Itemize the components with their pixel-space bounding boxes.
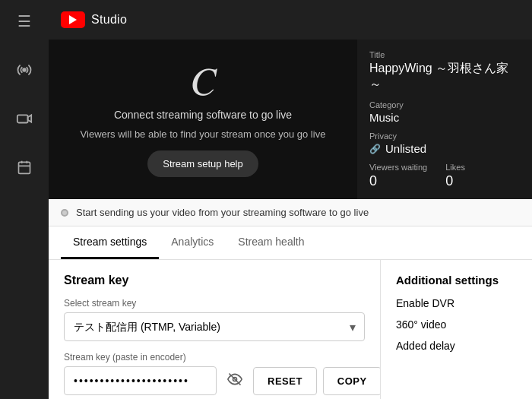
privacy-field: Privacy 🔗 Unlisted (369, 131, 520, 155)
app-title: Studio (91, 13, 127, 27)
tab-analytics[interactable]: Analytics (159, 226, 226, 259)
content: 𝐶 Connect streaming software to go live … (49, 40, 532, 399)
select-key-label: Select stream key (64, 298, 365, 309)
svg-point-0 (23, 68, 26, 71)
loading-spinner: 𝐶 (190, 62, 217, 101)
key-input-row: RESET COPY (64, 366, 365, 395)
header: Studio (49, 0, 532, 40)
select-wrapper: テスト配信用 (RTMP, Variable) ▾ (64, 312, 365, 341)
privacy-label: Privacy (369, 131, 520, 141)
settings-left: Stream key Select stream key テスト配信用 (RTM… (49, 260, 380, 399)
logo: Studio (61, 11, 127, 28)
likes-value: 0 (445, 173, 465, 189)
title-label: Title (369, 50, 520, 59)
viewers-label: Viewers waiting (369, 163, 427, 172)
status-text: Start sending us your video from your st… (76, 207, 369, 218)
main-content: Studio 𝐶 Connect streaming software to g… (49, 0, 532, 399)
stream-preview: 𝐶 Connect streaming software to go live … (49, 40, 532, 199)
tab-stream-settings[interactable]: Stream settings (61, 226, 159, 259)
stream-key-input[interactable] (64, 366, 217, 395)
calendar-icon[interactable] (11, 154, 38, 181)
toggle-visibility-button[interactable] (223, 367, 247, 394)
additional-title: Additional settings (396, 274, 517, 287)
status-dot (61, 209, 68, 217)
category-field: Category Music (369, 100, 520, 124)
connect-text: Connect streaming software to go live (114, 109, 292, 121)
tab-stream-health[interactable]: Stream health (226, 226, 316, 259)
category-value: Music (369, 111, 520, 124)
copy-button[interactable]: COPY (323, 367, 380, 395)
viewer-text: Viewers will be able to find your stream… (81, 128, 326, 140)
settings-panel: Stream key Select stream key テスト配信用 (RTM… (49, 260, 532, 399)
stream-setup-button[interactable]: Stream setup help (147, 150, 258, 177)
svg-rect-2 (19, 162, 30, 173)
status-bar: Start sending us your video from your st… (49, 199, 532, 226)
enable-dvr[interactable]: Enable DVR (396, 297, 517, 309)
stream-info: Title HappyWing ～羽根さん家～ Category Music P… (357, 40, 532, 199)
privacy-row: 🔗 Unlisted (369, 142, 520, 155)
stream-key-select[interactable]: テスト配信用 (RTMP, Variable) (64, 312, 365, 341)
reset-button[interactable]: RESET (253, 367, 317, 395)
link-icon: 🔗 (369, 144, 381, 154)
section-title: Stream key (64, 274, 365, 287)
category-label: Category (369, 100, 520, 109)
youtube-logo (61, 11, 85, 28)
preview-video: 𝐶 Connect streaming software to go live … (49, 40, 357, 199)
title-value: HappyWing ～羽根さん家～ (369, 61, 520, 93)
sidebar: ☰ (0, 0, 49, 399)
key-field-label: Stream key (paste in encoder) (64, 352, 365, 363)
stream-meta: Viewers waiting 0 Likes 0 (369, 163, 520, 189)
hamburger-icon[interactable]: ☰ (11, 8, 38, 35)
tabs: Stream settings Analytics Stream health (49, 226, 532, 260)
svg-rect-1 (17, 115, 28, 122)
viewers-waiting: Viewers waiting 0 (369, 163, 427, 189)
broadcast-icon[interactable] (11, 56, 38, 84)
title-field: Title HappyWing ～羽根さん家～ (369, 50, 520, 93)
likes-count: Likes 0 (445, 163, 465, 189)
added-delay[interactable]: Added delay (396, 340, 517, 352)
360-video[interactable]: 360° video (396, 318, 517, 331)
settings-right: Additional settings Enable DVR 360° vide… (380, 260, 532, 399)
camera-icon[interactable] (11, 105, 38, 132)
privacy-value: Unlisted (385, 142, 426, 155)
likes-label: Likes (445, 163, 465, 172)
viewers-value: 0 (369, 173, 427, 189)
